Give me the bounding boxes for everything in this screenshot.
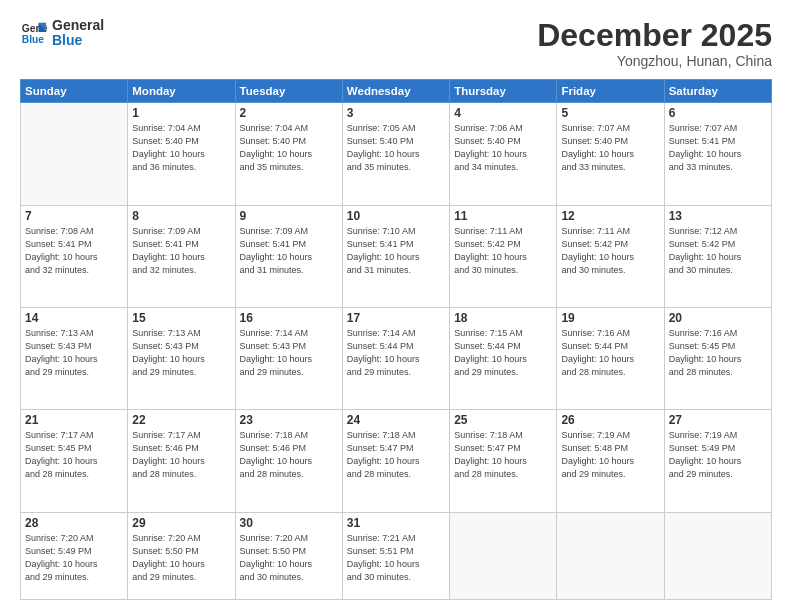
calendar-cell: 22Sunrise: 7:17 AM Sunset: 5:46 PM Dayli… (128, 410, 235, 512)
day-number: 13 (669, 209, 767, 223)
calendar-cell: 8Sunrise: 7:09 AM Sunset: 5:41 PM Daylig… (128, 205, 235, 307)
day-number: 31 (347, 516, 445, 530)
day-info: Sunrise: 7:20 AM Sunset: 5:50 PM Dayligh… (132, 532, 230, 584)
day-number: 6 (669, 106, 767, 120)
calendar-cell: 25Sunrise: 7:18 AM Sunset: 5:47 PM Dayli… (450, 410, 557, 512)
day-number: 19 (561, 311, 659, 325)
calendar-cell: 17Sunrise: 7:14 AM Sunset: 5:44 PM Dayli… (342, 307, 449, 409)
day-info: Sunrise: 7:07 AM Sunset: 5:41 PM Dayligh… (669, 122, 767, 174)
day-number: 23 (240, 413, 338, 427)
day-info: Sunrise: 7:15 AM Sunset: 5:44 PM Dayligh… (454, 327, 552, 379)
calendar-cell: 5Sunrise: 7:07 AM Sunset: 5:40 PM Daylig… (557, 103, 664, 205)
day-info: Sunrise: 7:04 AM Sunset: 5:40 PM Dayligh… (240, 122, 338, 174)
calendar-cell: 14Sunrise: 7:13 AM Sunset: 5:43 PM Dayli… (21, 307, 128, 409)
day-info: Sunrise: 7:11 AM Sunset: 5:42 PM Dayligh… (561, 225, 659, 277)
calendar-cell: 20Sunrise: 7:16 AM Sunset: 5:45 PM Dayli… (664, 307, 771, 409)
logo: General Blue General Blue (20, 18, 104, 49)
day-info: Sunrise: 7:07 AM Sunset: 5:40 PM Dayligh… (561, 122, 659, 174)
calendar-week-row: 7Sunrise: 7:08 AM Sunset: 5:41 PM Daylig… (21, 205, 772, 307)
day-info: Sunrise: 7:19 AM Sunset: 5:48 PM Dayligh… (561, 429, 659, 481)
calendar-cell: 31Sunrise: 7:21 AM Sunset: 5:51 PM Dayli… (342, 512, 449, 600)
svg-text:Blue: Blue (22, 35, 45, 46)
calendar-cell: 10Sunrise: 7:10 AM Sunset: 5:41 PM Dayli… (342, 205, 449, 307)
calendar-table: SundayMondayTuesdayWednesdayThursdayFrid… (20, 79, 772, 600)
day-info: Sunrise: 7:19 AM Sunset: 5:49 PM Dayligh… (669, 429, 767, 481)
day-number: 15 (132, 311, 230, 325)
location-subtitle: Yongzhou, Hunan, China (537, 53, 772, 69)
weekday-header-tuesday: Tuesday (235, 80, 342, 103)
logo-icon: General Blue (20, 19, 48, 47)
day-number: 8 (132, 209, 230, 223)
day-info: Sunrise: 7:09 AM Sunset: 5:41 PM Dayligh… (132, 225, 230, 277)
logo-general: General (52, 18, 104, 33)
day-number: 29 (132, 516, 230, 530)
day-info: Sunrise: 7:16 AM Sunset: 5:44 PM Dayligh… (561, 327, 659, 379)
day-number: 28 (25, 516, 123, 530)
day-info: Sunrise: 7:13 AM Sunset: 5:43 PM Dayligh… (132, 327, 230, 379)
calendar-cell: 15Sunrise: 7:13 AM Sunset: 5:43 PM Dayli… (128, 307, 235, 409)
day-number: 3 (347, 106, 445, 120)
weekday-header-wednesday: Wednesday (342, 80, 449, 103)
calendar-cell: 9Sunrise: 7:09 AM Sunset: 5:41 PM Daylig… (235, 205, 342, 307)
day-info: Sunrise: 7:09 AM Sunset: 5:41 PM Dayligh… (240, 225, 338, 277)
calendar-cell (664, 512, 771, 600)
page: General Blue General Blue December 2025 … (0, 0, 792, 612)
day-number: 16 (240, 311, 338, 325)
calendar-cell: 4Sunrise: 7:06 AM Sunset: 5:40 PM Daylig… (450, 103, 557, 205)
logo-blue: Blue (52, 33, 104, 48)
day-number: 7 (25, 209, 123, 223)
calendar-header-row: SundayMondayTuesdayWednesdayThursdayFrid… (21, 80, 772, 103)
day-number: 30 (240, 516, 338, 530)
weekday-header-sunday: Sunday (21, 80, 128, 103)
day-number: 1 (132, 106, 230, 120)
day-number: 21 (25, 413, 123, 427)
calendar-cell: 26Sunrise: 7:19 AM Sunset: 5:48 PM Dayli… (557, 410, 664, 512)
title-block: December 2025 Yongzhou, Hunan, China (537, 18, 772, 69)
day-number: 26 (561, 413, 659, 427)
day-number: 9 (240, 209, 338, 223)
calendar-week-row: 21Sunrise: 7:17 AM Sunset: 5:45 PM Dayli… (21, 410, 772, 512)
day-number: 5 (561, 106, 659, 120)
calendar-week-row: 28Sunrise: 7:20 AM Sunset: 5:49 PM Dayli… (21, 512, 772, 600)
weekday-header-friday: Friday (557, 80, 664, 103)
calendar-week-row: 1Sunrise: 7:04 AM Sunset: 5:40 PM Daylig… (21, 103, 772, 205)
day-info: Sunrise: 7:11 AM Sunset: 5:42 PM Dayligh… (454, 225, 552, 277)
day-number: 27 (669, 413, 767, 427)
calendar-cell: 24Sunrise: 7:18 AM Sunset: 5:47 PM Dayli… (342, 410, 449, 512)
calendar-cell: 28Sunrise: 7:20 AM Sunset: 5:49 PM Dayli… (21, 512, 128, 600)
weekday-header-thursday: Thursday (450, 80, 557, 103)
day-number: 20 (669, 311, 767, 325)
day-info: Sunrise: 7:17 AM Sunset: 5:46 PM Dayligh… (132, 429, 230, 481)
calendar-cell: 1Sunrise: 7:04 AM Sunset: 5:40 PM Daylig… (128, 103, 235, 205)
header: General Blue General Blue December 2025 … (20, 18, 772, 69)
day-number: 18 (454, 311, 552, 325)
day-number: 25 (454, 413, 552, 427)
day-number: 10 (347, 209, 445, 223)
day-number: 2 (240, 106, 338, 120)
day-number: 17 (347, 311, 445, 325)
calendar-cell: 11Sunrise: 7:11 AM Sunset: 5:42 PM Dayli… (450, 205, 557, 307)
day-info: Sunrise: 7:10 AM Sunset: 5:41 PM Dayligh… (347, 225, 445, 277)
day-info: Sunrise: 7:08 AM Sunset: 5:41 PM Dayligh… (25, 225, 123, 277)
weekday-header-monday: Monday (128, 80, 235, 103)
calendar-cell: 29Sunrise: 7:20 AM Sunset: 5:50 PM Dayli… (128, 512, 235, 600)
calendar-cell: 12Sunrise: 7:11 AM Sunset: 5:42 PM Dayli… (557, 205, 664, 307)
day-info: Sunrise: 7:16 AM Sunset: 5:45 PM Dayligh… (669, 327, 767, 379)
day-info: Sunrise: 7:18 AM Sunset: 5:46 PM Dayligh… (240, 429, 338, 481)
day-info: Sunrise: 7:13 AM Sunset: 5:43 PM Dayligh… (25, 327, 123, 379)
day-info: Sunrise: 7:20 AM Sunset: 5:49 PM Dayligh… (25, 532, 123, 584)
day-info: Sunrise: 7:05 AM Sunset: 5:40 PM Dayligh… (347, 122, 445, 174)
calendar-cell: 23Sunrise: 7:18 AM Sunset: 5:46 PM Dayli… (235, 410, 342, 512)
calendar-cell: 7Sunrise: 7:08 AM Sunset: 5:41 PM Daylig… (21, 205, 128, 307)
day-info: Sunrise: 7:18 AM Sunset: 5:47 PM Dayligh… (454, 429, 552, 481)
day-info: Sunrise: 7:18 AM Sunset: 5:47 PM Dayligh… (347, 429, 445, 481)
day-number: 14 (25, 311, 123, 325)
day-number: 11 (454, 209, 552, 223)
day-number: 4 (454, 106, 552, 120)
calendar-cell: 27Sunrise: 7:19 AM Sunset: 5:49 PM Dayli… (664, 410, 771, 512)
calendar-cell: 6Sunrise: 7:07 AM Sunset: 5:41 PM Daylig… (664, 103, 771, 205)
calendar-cell: 18Sunrise: 7:15 AM Sunset: 5:44 PM Dayli… (450, 307, 557, 409)
calendar-cell: 16Sunrise: 7:14 AM Sunset: 5:43 PM Dayli… (235, 307, 342, 409)
day-info: Sunrise: 7:14 AM Sunset: 5:43 PM Dayligh… (240, 327, 338, 379)
calendar-cell (21, 103, 128, 205)
